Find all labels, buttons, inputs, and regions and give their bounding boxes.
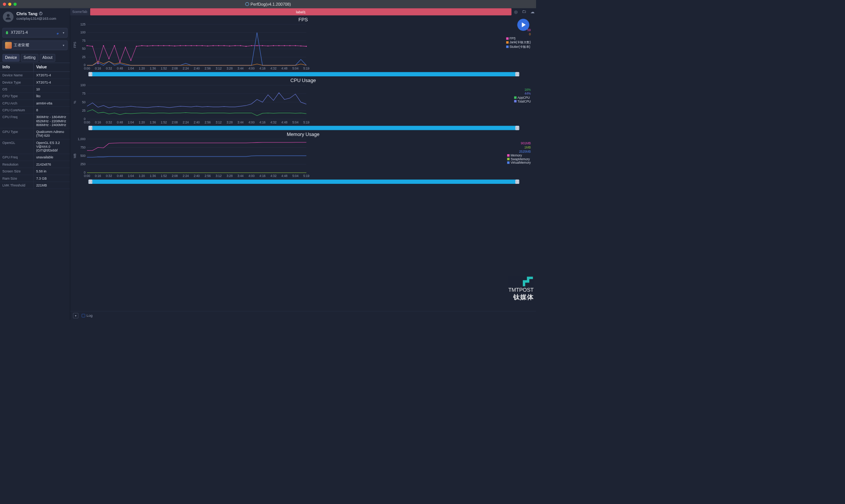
log-checkbox[interactable] [82, 314, 85, 317]
sidebar-tabs: Device Setting About [0, 52, 70, 63]
power-icon[interactable] [39, 12, 42, 15]
chart-scrollbar[interactable]: ⋮⋮⋮⋮ [89, 72, 519, 76]
cloud-icon[interactable]: ☁ [529, 8, 536, 16]
svg-text:%: % [73, 101, 77, 104]
device-picker[interactable]: XT2071-4 ⚭ ▼ [2, 28, 67, 38]
watermark: TMTPOST钛媒体 [508, 276, 534, 301]
table-row: OS10 [0, 86, 70, 93]
locate-icon[interactable]: ◎ [513, 8, 520, 16]
legend-item[interactable]: SwapMemory [507, 157, 531, 161]
scene-bar: SceneTab label1 ◎ 🗀 ☁ [70, 8, 536, 16]
legend-item[interactable]: Stutter(卡顿率) [506, 44, 531, 49]
play-button[interactable] [517, 19, 529, 31]
svg-point-47 [273, 45, 274, 46]
svg-text:4:48: 4:48 [282, 121, 288, 124]
svg-point-33 [196, 45, 197, 46]
value-cell: 300MHz - 1804MHz 652MHz - 2208MHz 806MHz… [34, 114, 70, 128]
table-row: CPU Typelito [0, 93, 70, 100]
chart-scrollbar[interactable]: ⋮⋮⋮⋮ [89, 126, 519, 130]
legend-name: SwapMemory [511, 157, 530, 161]
scene-tab[interactable]: SceneTab [70, 8, 90, 16]
tab-about[interactable]: About [40, 54, 55, 62]
value-cell: unavailable [34, 154, 70, 161]
svg-text:2:56: 2:56 [205, 174, 211, 178]
table-row: Device NameXT2071-4 [0, 72, 70, 79]
svg-point-15 [98, 63, 99, 64]
info-cell: OpenGL [0, 139, 34, 154]
svg-text:3:12: 3:12 [215, 174, 222, 178]
scroll-handle-right[interactable]: ⋮⋮ [515, 126, 519, 130]
svg-point-24 [147, 46, 148, 47]
svg-text:4:16: 4:16 [260, 121, 266, 124]
chart-legend: 901MB1MB2525MBMemorySwapMemoryVirtualMem… [507, 141, 531, 164]
value-cell: 5.58 in [34, 168, 70, 175]
svg-point-51 [295, 45, 296, 46]
legend-swatch [506, 37, 508, 39]
svg-text:5:04: 5:04 [292, 67, 298, 70]
legend-value: 44% [514, 92, 531, 95]
app-picker[interactable]: 王者荣耀 ▼ [2, 41, 67, 50]
info-cell: GPU Type [0, 128, 34, 139]
legend-name: FPS [510, 36, 516, 40]
scroll-handle-left[interactable]: ⋮⋮ [89, 180, 92, 184]
folder-icon[interactable]: 🗀 [521, 8, 528, 16]
window-title: PerfDog(v4.1.200708) [245, 2, 291, 6]
minimize-icon[interactable] [8, 3, 11, 6]
collapse-button[interactable]: ▼ [73, 313, 78, 318]
scroll-handle-right[interactable]: ⋮⋮ [515, 180, 519, 184]
svg-point-43 [251, 45, 252, 46]
legend-item[interactable]: VirtualMemory [507, 161, 531, 164]
legend-item[interactable]: FPS [506, 36, 531, 40]
svg-text:0: 0 [84, 63, 86, 67]
table-row: Screen Size5.58 in [0, 168, 70, 175]
scroll-handle-left[interactable]: ⋮⋮ [89, 72, 92, 76]
svg-text:1:04: 1:04 [128, 67, 134, 70]
charts-area: FPS590FPSJank(卡顿次数)Stutter(卡顿率)025507510… [70, 16, 536, 311]
svg-text:1:20: 1:20 [139, 67, 145, 70]
info-cell: CPU Arch [0, 100, 34, 107]
scroll-handle-left[interactable]: ⋮⋮ [89, 126, 92, 130]
legend-item[interactable]: Memory [507, 153, 531, 157]
zoom-icon[interactable] [14, 3, 17, 6]
value-cell: 7.3 GB [34, 175, 70, 182]
svg-text:1:20: 1:20 [139, 121, 145, 124]
legend-item[interactable]: TotalCPU [514, 100, 531, 103]
svg-text:3:44: 3:44 [237, 121, 244, 124]
legend-item[interactable]: AppCPU [514, 96, 531, 100]
svg-text:0: 0 [84, 171, 86, 174]
svg-point-37 [218, 45, 219, 46]
svg-text:2:24: 2:24 [183, 121, 189, 124]
svg-text:3:44: 3:44 [237, 67, 244, 70]
legend-value: 0 [506, 33, 531, 36]
info-cell: Device Name [0, 72, 34, 79]
value-cell: arm64-v8a [34, 100, 70, 107]
chart-memory-usage: Memory Usage901MB1MB2525MBMemorySwapMemo… [73, 131, 534, 184]
info-cell: Resolution [0, 161, 34, 168]
svg-text:2:40: 2:40 [194, 121, 200, 124]
tab-device[interactable]: Device [2, 54, 19, 62]
table-header: Info Value [0, 63, 70, 72]
sidebar: Chris Tang cos0play1314@163.com XT2071-4… [0, 8, 70, 320]
tab-setting[interactable]: Setting [21, 54, 38, 62]
svg-text:1:36: 1:36 [150, 67, 156, 70]
chevron-down-icon: ▼ [62, 31, 65, 34]
body: Chris Tang cos0play1314@163.com XT2071-4… [0, 8, 536, 320]
app-window: PerfDog(v4.1.200708) Chris Tang cos0play… [0, 0, 536, 320]
svg-text:4:32: 4:32 [271, 67, 277, 70]
svg-point-38 [224, 45, 225, 46]
scene-label[interactable]: label1 [90, 8, 511, 16]
info-cell: Ram Size [0, 175, 34, 182]
svg-text:FPS: FPS [73, 41, 77, 48]
table-row: CPU Freq300MHz - 1804MHz 652MHz - 2208MH… [0, 114, 70, 128]
legend-item[interactable]: Jank(卡顿次数) [506, 40, 531, 44]
col-value: Value [34, 63, 70, 72]
scroll-handle-right[interactable]: ⋮⋮ [515, 72, 519, 76]
col-info: Info [0, 63, 34, 72]
svg-text:1:52: 1:52 [161, 174, 167, 178]
close-icon[interactable] [3, 3, 6, 6]
svg-text:3:28: 3:28 [226, 67, 233, 70]
svg-point-17 [108, 58, 109, 59]
avatar[interactable] [3, 11, 14, 22]
chart-scrollbar[interactable]: ⋮⋮⋮⋮ [89, 180, 519, 184]
svg-text:4:32: 4:32 [271, 121, 277, 124]
